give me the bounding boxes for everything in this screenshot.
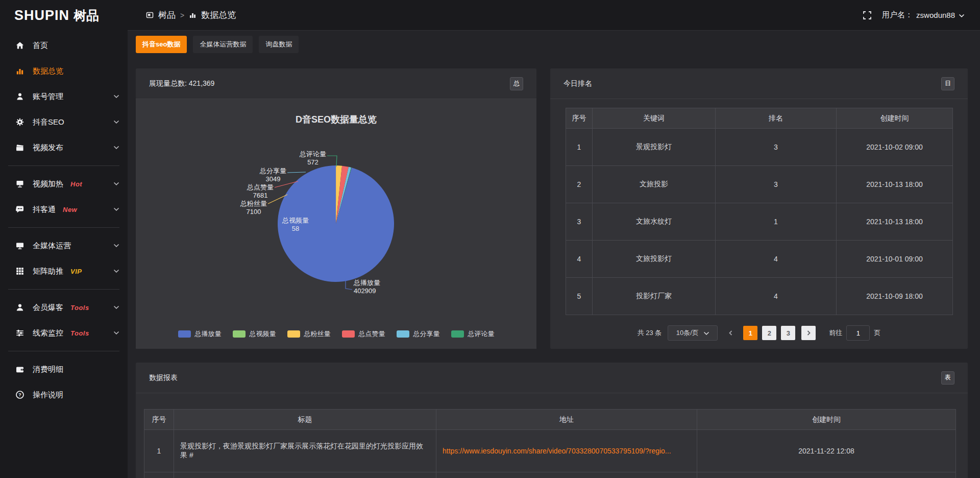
legend-swatch bbox=[233, 330, 246, 338]
pie-label-name: 总分享量 bbox=[248, 167, 299, 175]
report-cell bbox=[144, 472, 174, 478]
legend-item[interactable]: 总粉丝量 bbox=[287, 329, 331, 339]
table-view-button[interactable]: 表 bbox=[941, 371, 954, 385]
person-icon bbox=[15, 303, 25, 313]
page-button-3[interactable]: 3 bbox=[781, 326, 795, 340]
breadcrumb: 树品 > 数据总览 bbox=[146, 9, 236, 21]
pagination: 共 23 条 10条/页 123 前往 页 bbox=[550, 325, 968, 341]
sidebar-item-badge: VIP bbox=[70, 268, 82, 275]
chevron-down-icon bbox=[113, 269, 119, 273]
sidebar-item-help[interactable]: ?操作说明 bbox=[0, 382, 128, 408]
ranking-cell: 5 bbox=[566, 278, 593, 315]
grid-icon bbox=[15, 267, 25, 276]
report-column-header: 创建时间 bbox=[697, 410, 956, 430]
sidebar: 首页数据总览账号管理抖音SEO视频发布视频加热Hot抖客通New全媒体运营矩阵助… bbox=[0, 31, 128, 478]
ranking-cell: 文旅投影 bbox=[593, 166, 716, 203]
report-cell-no: 1 bbox=[144, 430, 174, 472]
tab-1[interactable]: 全媒体运营数据 bbox=[193, 36, 253, 53]
ranking-cell: 4 bbox=[566, 241, 593, 278]
sidebar-item-label: 消费明细 bbox=[33, 365, 63, 374]
pie-chart: D音SEO数据量总览 总评论量572总分享量3049总点赞量7681总粉丝量71… bbox=[136, 99, 536, 349]
logo[interactable]: SHUPIN 树品 bbox=[0, 0, 128, 31]
page-button-1[interactable]: 1 bbox=[743, 326, 757, 340]
sidebar-divider bbox=[8, 351, 119, 351]
ranking-cell: 2021-10-09 18:00 bbox=[837, 278, 953, 315]
report-column-header: 序号 bbox=[144, 410, 174, 430]
sidebar-item-badge: Tools bbox=[70, 304, 89, 312]
breadcrumb-current: 数据总览 bbox=[201, 9, 236, 21]
top-bar: SHUPIN 树品 树品 > 数据总览 用户名：zswodun88 bbox=[0, 0, 980, 31]
pie-label-3: 总点赞量7681 bbox=[235, 183, 286, 200]
pie-label-name: 总评论量 bbox=[287, 150, 338, 158]
chevron-down-icon bbox=[113, 331, 119, 335]
table-row: 2文旅投影32021-10-13 18:00 bbox=[566, 166, 953, 203]
report-cell-time: 2021-11-22 12:08 bbox=[697, 430, 956, 472]
sidebar-item-data-overview[interactable]: 数据总览 bbox=[0, 58, 128, 84]
user-menu[interactable]: 用户名：zswodun88 bbox=[882, 10, 965, 20]
chevron-down-icon bbox=[113, 146, 119, 150]
top-bar-right: 用户名：zswodun88 bbox=[863, 10, 965, 20]
sidebar-item-badge: New bbox=[63, 206, 77, 213]
page-button-2[interactable]: 2 bbox=[762, 326, 776, 340]
table-row: 1景观投影灯32021-10-02 09:00 bbox=[566, 129, 953, 166]
user-icon bbox=[15, 92, 25, 102]
ranking-cell: 2021-10-02 09:00 bbox=[837, 129, 953, 166]
report-column-header: 地址 bbox=[436, 410, 697, 430]
sidebar-item-video-heat[interactable]: 视频加热Hot bbox=[0, 171, 128, 197]
goto-page-input[interactable] bbox=[846, 325, 870, 341]
fullscreen-icon[interactable] bbox=[863, 11, 872, 20]
sidebar-item-douyin-seo[interactable]: 抖音SEO bbox=[0, 109, 128, 135]
tab-0[interactable]: 抖音seo数据 bbox=[136, 36, 187, 53]
sidebar-item-label: 抖客通 bbox=[33, 205, 56, 214]
sidebar-item-label: 视频加热 bbox=[33, 179, 63, 189]
day-view-button[interactable]: 日 bbox=[941, 77, 954, 90]
app-window-icon bbox=[146, 11, 154, 19]
sidebar-item-video-publish[interactable]: 视频发布 bbox=[0, 135, 128, 160]
breadcrumb-root[interactable]: 树品 bbox=[158, 9, 176, 21]
ranking-cell: 1 bbox=[566, 129, 593, 166]
legend-item[interactable]: 总分享量 bbox=[397, 329, 440, 339]
overview-panel: 展现量总数: 421,369 总 D音SEO数据量总览 总评论量572总分享量3… bbox=[136, 68, 536, 349]
sidebar-item-media-ops[interactable]: 全媒体运营 bbox=[0, 233, 128, 258]
legend-label: 总播放量 bbox=[195, 329, 222, 339]
sidebar-divider bbox=[8, 289, 119, 290]
sidebar-item-account[interactable]: 账号管理 bbox=[0, 84, 128, 109]
report-table: 序号标题地址创建时间 1景观投影灯，夜游景观投影灯厂家展示展示落花灯在花园里的灯… bbox=[144, 409, 956, 478]
sidebar-item-clue-monitor[interactable]: 线索监控Tools bbox=[0, 320, 128, 346]
legend-item[interactable]: 总视频量 bbox=[233, 329, 276, 339]
legend-item[interactable]: 总评论量 bbox=[451, 329, 495, 339]
ranking-cell: 文旅水纹灯 bbox=[593, 203, 716, 241]
sidebar-item-matrix-boost[interactable]: 矩阵助推VIP bbox=[0, 258, 128, 284]
ranking-cell: 投影灯厂家 bbox=[593, 278, 716, 315]
pie-label-4: 总分享量3049 bbox=[248, 167, 299, 183]
page-size-select[interactable]: 10条/页 bbox=[668, 325, 718, 341]
tab-2[interactable]: 询盘数据 bbox=[259, 36, 299, 53]
sidebar-item-badge: Tools bbox=[70, 329, 89, 337]
pie-label-value: 3049 bbox=[248, 175, 299, 183]
video-link[interactable]: https://www.iesdouyin.com/share/video/70… bbox=[443, 447, 671, 455]
total-view-button[interactable]: 总 bbox=[510, 77, 523, 90]
pie-label-5: 总评论量572 bbox=[287, 150, 338, 166]
table-row-partial bbox=[144, 472, 956, 478]
sidebar-item-douketong[interactable]: 抖客通New bbox=[0, 197, 128, 222]
legend-swatch bbox=[342, 330, 355, 338]
logo-text-cn: 树品 bbox=[74, 9, 99, 22]
sidebar-item-label: 线索监控 bbox=[33, 328, 63, 338]
legend-label: 总分享量 bbox=[413, 329, 440, 339]
next-page-button[interactable] bbox=[801, 326, 816, 340]
sidebar-item-label: 数据总览 bbox=[33, 66, 63, 76]
sidebar-item-consumption[interactable]: 消费明细 bbox=[0, 356, 128, 382]
legend-label: 总粉丝量 bbox=[304, 329, 331, 339]
chevron-down-icon bbox=[703, 329, 709, 337]
legend-label: 总评论量 bbox=[468, 329, 495, 339]
legend-swatch bbox=[397, 330, 409, 338]
goto-suffix: 页 bbox=[874, 328, 880, 338]
sidebar-item-member[interactable]: 会员爆客Tools bbox=[0, 295, 128, 320]
prev-page-button[interactable] bbox=[724, 326, 737, 340]
ranking-cell: 2021-10-01 09:00 bbox=[837, 241, 953, 278]
legend-item[interactable]: 总点赞量 bbox=[342, 329, 385, 339]
legend-item[interactable]: 总播放量 bbox=[178, 329, 222, 339]
sidebar-item-home[interactable]: 首页 bbox=[0, 33, 128, 58]
ranking-cell: 4 bbox=[716, 278, 837, 315]
pie-label-value: 7100 bbox=[228, 208, 279, 216]
